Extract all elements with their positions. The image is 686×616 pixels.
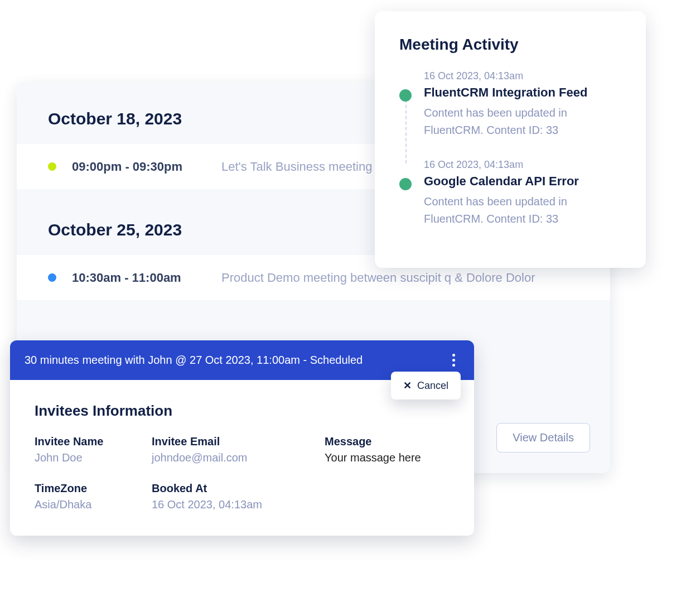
status-dot-icon	[48, 273, 56, 282]
invitee-email-block: Invitee Email johndoe@mail.com	[152, 435, 319, 464]
field-label: Invitee Name	[35, 435, 146, 448]
close-icon: ✕	[403, 379, 412, 392]
activity-body: Content has been updated in FluentCRM. C…	[424, 104, 621, 139]
activity-dot-icon	[399, 178, 412, 190]
activity-item: 16 Oct 2023, 04:13am FluentCRM Integrati…	[399, 70, 621, 159]
invitee-info-grid: Invitee Name John Doe Invitee Email john…	[35, 435, 450, 511]
invitee-name-block: Invitee Name John Doe	[35, 435, 146, 464]
meeting-detail-body: Invitees Information Invitee Name John D…	[10, 380, 474, 536]
field-value: Asia/Dhaka	[35, 498, 146, 511]
field-value: johndoe@mail.com	[152, 451, 319, 464]
field-label: TimeZone	[35, 482, 146, 495]
field-label: Message	[325, 435, 450, 448]
activity-heading: Google Calendar API Error	[424, 174, 621, 189]
cancel-menu-item[interactable]: ✕ Cancel	[391, 372, 461, 400]
activity-item: 16 Oct 2023, 04:13am Google Calendar API…	[399, 159, 621, 248]
activity-dot-icon	[399, 89, 412, 102]
activity-timestamp: 16 Oct 2023, 04:13am	[424, 159, 621, 171]
view-details-button[interactable]: View Details	[496, 423, 590, 453]
message-block: Message Your massage here	[325, 435, 450, 464]
activity-body: Content has been updated in FluentCRM. C…	[424, 193, 621, 228]
schedule-time: 09:00pm - 09:30pm	[72, 160, 206, 174]
field-value: John Doe	[35, 451, 146, 464]
invitees-section-title: Invitees Information	[35, 402, 450, 420]
cancel-label: Cancel	[417, 380, 448, 392]
schedule-time: 10:30am - 11:00am	[72, 271, 206, 285]
meeting-activity-panel: Meeting Activity 16 Oct 2023, 04:13am Fl…	[375, 11, 646, 268]
activity-title: Meeting Activity	[399, 36, 621, 54]
meeting-detail-title: 30 minutes meeting with John @ 27 Oct 20…	[25, 354, 363, 367]
field-label: Booked At	[152, 482, 319, 495]
field-value: 16 Oct 2023, 04:13am	[152, 498, 319, 511]
meeting-detail-panel: 30 minutes meeting with John @ 27 Oct 20…	[10, 340, 474, 536]
field-label: Invitee Email	[152, 435, 319, 448]
booked-at-block: Booked At 16 Oct 2023, 04:13am	[152, 482, 319, 511]
status-dot-icon	[48, 162, 56, 171]
schedule-description: Product Demo meeting between suscipit q …	[221, 268, 579, 287]
timezone-block: TimeZone Asia/Dhaka	[35, 482, 146, 511]
activity-timestamp: 16 Oct 2023, 04:13am	[424, 70, 621, 82]
kebab-menu-icon[interactable]	[448, 352, 460, 369]
activity-heading: FluentCRM Integration Feed	[424, 85, 621, 100]
field-value: Your massage here	[325, 451, 450, 464]
